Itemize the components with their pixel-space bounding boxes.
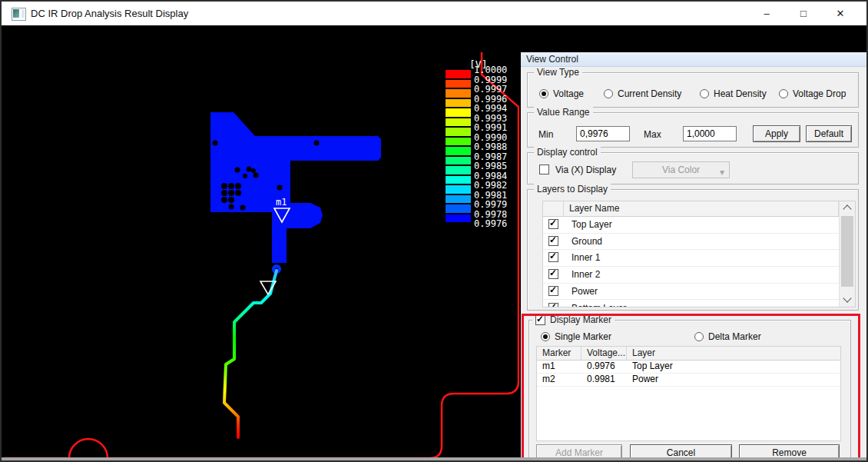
- chevron-down-icon: ▾: [720, 165, 724, 180]
- layer-checkbox[interactable]: ✓: [548, 303, 558, 308]
- via-display-label[interactable]: Via (X) Display: [555, 165, 616, 175]
- title-bar[interactable]: DC IR Drop Analysis Result Display – □ ✕: [2, 2, 866, 25]
- layer-row[interactable]: ✓ Ground: [543, 233, 855, 251]
- content-area: m1: [2, 25, 866, 459]
- app-window: DC IR Drop Analysis Result Display – □ ✕: [0, 0, 868, 462]
- marker-id: m1: [542, 361, 555, 371]
- layer-row[interactable]: ✓ Bottom Layer: [543, 300, 855, 308]
- legend-swatch: [446, 89, 471, 98]
- marker-row[interactable]: m1 0.9976 Top Layer: [537, 360, 840, 374]
- layer-row[interactable]: ✓ Inner 2: [543, 266, 855, 284]
- color-scale-legend: [V] 1.0000 0.9999 0.9997 0.9996 0.9994 0…: [446, 52, 519, 237]
- legend-value: 0.9985: [474, 161, 516, 171]
- radio-heat-density[interactable]: [700, 89, 709, 98]
- radio-single-marker[interactable]: [541, 332, 550, 341]
- apply-button[interactable]: Apply: [753, 125, 800, 142]
- layer-name-column-header: Layer Name: [564, 201, 839, 216]
- layer-checkbox[interactable]: ✓: [548, 269, 558, 279]
- legend-swatch: [446, 80, 471, 88]
- legend-swatch: [446, 70, 471, 78]
- radio-voltage-label[interactable]: Voltage: [553, 88, 584, 99]
- min-input[interactable]: [576, 126, 630, 141]
- marker-m1-label: m1: [276, 197, 287, 208]
- layer-name: Power: [571, 286, 598, 297]
- radio-heat-density-label[interactable]: Heat Density: [714, 88, 767, 99]
- via-display-checkbox[interactable]: ✓: [539, 165, 549, 174]
- layer-row[interactable]: ✓ Top Layer: [543, 216, 855, 234]
- legend-swatch: [446, 147, 471, 155]
- legend-value: 0.9993: [474, 114, 516, 123]
- single-marker-label[interactable]: Single Marker: [555, 331, 611, 342]
- display-marker-legend: ✓ Display Marker: [532, 314, 615, 325]
- ir-drop-trace: [224, 271, 277, 437]
- legend-swatch: [446, 214, 471, 223]
- radio-voltage-drop-label[interactable]: Voltage Drop: [793, 88, 846, 99]
- layers-scrollbar[interactable]: [839, 201, 855, 307]
- layer-checkbox[interactable]: ✓: [548, 236, 558, 246]
- legend-value: 0.9999: [474, 75, 516, 85]
- layer-row[interactable]: ✓ Power: [543, 283, 855, 301]
- display-marker-label[interactable]: Display Marker: [550, 314, 611, 325]
- layer-checkbox[interactable]: ✓: [548, 286, 558, 296]
- radio-current-density-label[interactable]: Current Density: [618, 88, 681, 99]
- legend-value: 0.9978: [474, 210, 516, 219]
- radio-voltage[interactable]: [539, 89, 548, 98]
- minimize-button[interactable]: –: [748, 2, 785, 25]
- display-control-label: Display control: [534, 147, 601, 158]
- display-marker-checkbox[interactable]: ✓: [535, 315, 545, 325]
- layer-checkbox[interactable]: ✓: [548, 219, 558, 229]
- board-outline: [5, 52, 518, 458]
- panel-header: View Control: [521, 52, 866, 67]
- max-input[interactable]: [683, 126, 737, 141]
- via-color-dropdown[interactable]: Via Color ▾: [632, 161, 730, 178]
- marker-row[interactable]: m2 0.9981 Power: [537, 373, 840, 387]
- view-type-label: View Type: [534, 67, 582, 78]
- default-button[interactable]: Default: [806, 125, 852, 142]
- marker-layer: Power: [632, 374, 658, 384]
- layers-group-label: Layers to Display: [534, 184, 611, 194]
- marker-voltage: 0.9981: [587, 374, 615, 384]
- layer-checkbox[interactable]: ✓: [548, 252, 558, 262]
- scroll-up-icon[interactable]: [843, 204, 851, 213]
- window-title: DC IR Drop Analysis Result Display: [31, 8, 188, 19]
- scroll-down-icon[interactable]: [843, 294, 851, 302]
- view-type-group: View Type Voltage Current Density Heat D…: [527, 72, 859, 108]
- layer-name: Bottom Layer: [571, 303, 626, 308]
- legend-value: 1.0000: [474, 65, 516, 75]
- display-control-group: Display control ✓ Via (X) Display Via Co…: [527, 152, 859, 184]
- legend-swatch: [446, 176, 471, 184]
- layers-group: Layers to Display Layer Name ✓ Top Layer…: [527, 189, 859, 311]
- maximize-button[interactable]: □: [785, 2, 822, 25]
- legend-swatch: [446, 204, 471, 213]
- pcb-canvas[interactable]: m1: [5, 52, 519, 462]
- app-icon: [12, 8, 26, 21]
- radio-current-density[interactable]: [604, 89, 613, 98]
- radio-delta-marker[interactable]: [694, 332, 704, 341]
- scrollbar-thumb[interactable]: [841, 216, 853, 287]
- marker-id: m2: [542, 374, 555, 384]
- layer-row[interactable]: ✓ Inner 1: [543, 249, 855, 267]
- legend-value: 0.9996: [474, 95, 516, 104]
- legend-value: 0.9984: [474, 171, 516, 181]
- layer-name: Inner 1: [571, 252, 600, 263]
- legend-swatch: [446, 108, 471, 117]
- voltage-column-header: Voltage...: [581, 347, 627, 360]
- legend-value: 0.9990: [474, 133, 516, 142]
- marker-table: Marker Voltage... Layer m1 0.9976 Top La…: [536, 346, 841, 441]
- display-marker-group: ✓ Display Marker Single Marker Delta Mar…: [528, 320, 851, 462]
- min-label: Min: [538, 129, 553, 140]
- legend-swatch: [446, 118, 471, 127]
- layers-list: Layer Name ✓ Top Layer ✓ Ground ✓ Inner …: [542, 201, 856, 307]
- max-label: Max: [644, 129, 661, 140]
- legend-swatch: [446, 166, 471, 174]
- value-range-group: Value Range Min Max Apply Default: [527, 112, 859, 148]
- delta-marker-label[interactable]: Delta Marker: [708, 331, 761, 342]
- checkbox-column-header: [543, 201, 564, 216]
- layers-list-header: Layer Name: [543, 201, 855, 217]
- legend-value: 0.9982: [474, 181, 516, 190]
- legend-value: 0.9994: [474, 104, 516, 113]
- legend-value: 0.9979: [474, 200, 516, 209]
- radio-voltage-drop[interactable]: [779, 89, 788, 98]
- close-button[interactable]: ✕: [822, 2, 859, 25]
- view-control-panel: View Control View Type Voltage Current D…: [521, 52, 866, 462]
